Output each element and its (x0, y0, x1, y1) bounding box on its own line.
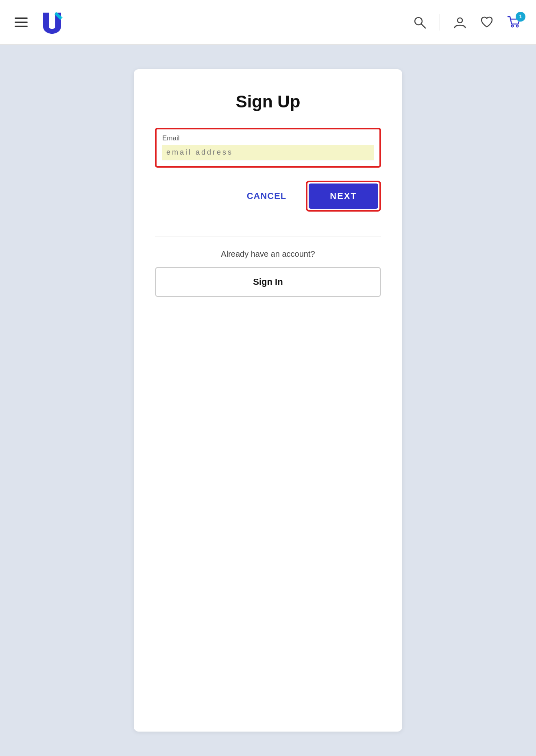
hamburger-line-1 (15, 17, 28, 19)
sign-in-button[interactable]: Sign In (155, 267, 381, 297)
svg-line-1 (421, 24, 425, 28)
navbar: 1 (0, 0, 536, 45)
hamburger-line-2 (15, 22, 28, 23)
email-input-suffix (337, 145, 374, 160)
cart-badge: 1 (516, 12, 525, 22)
card-title: Sign Up (155, 92, 381, 111)
page-body: Sign Up Email CANCEL NEXT Already have a… (0, 45, 536, 756)
divider (155, 236, 381, 236)
svg-point-4 (516, 25, 519, 27)
email-label: Email (162, 134, 374, 142)
svg-point-3 (512, 25, 514, 27)
logo-icon (37, 8, 67, 37)
navbar-right: 1 (413, 14, 521, 31)
already-account-text: Already have an account? (155, 249, 381, 259)
email-input[interactable] (162, 145, 337, 160)
email-field-wrapper: Email (155, 128, 381, 168)
signup-card: Sign Up Email CANCEL NEXT Already have a… (134, 69, 402, 732)
hamburger-menu-icon[interactable] (15, 17, 28, 27)
actions-row: CANCEL NEXT (155, 181, 381, 212)
email-input-row (162, 145, 374, 160)
next-btn-wrapper: NEXT (306, 181, 381, 212)
cancel-button[interactable]: CANCEL (239, 184, 295, 208)
svg-point-2 (458, 18, 462, 23)
account-icon[interactable] (453, 15, 467, 29)
navbar-divider (440, 14, 440, 31)
logo[interactable] (37, 8, 67, 37)
navbar-left (15, 8, 67, 37)
search-icon[interactable] (413, 15, 427, 29)
next-button[interactable]: NEXT (309, 184, 378, 209)
wishlist-icon[interactable] (480, 15, 494, 29)
cart-wrapper[interactable]: 1 (507, 15, 521, 30)
hamburger-line-3 (15, 26, 28, 27)
